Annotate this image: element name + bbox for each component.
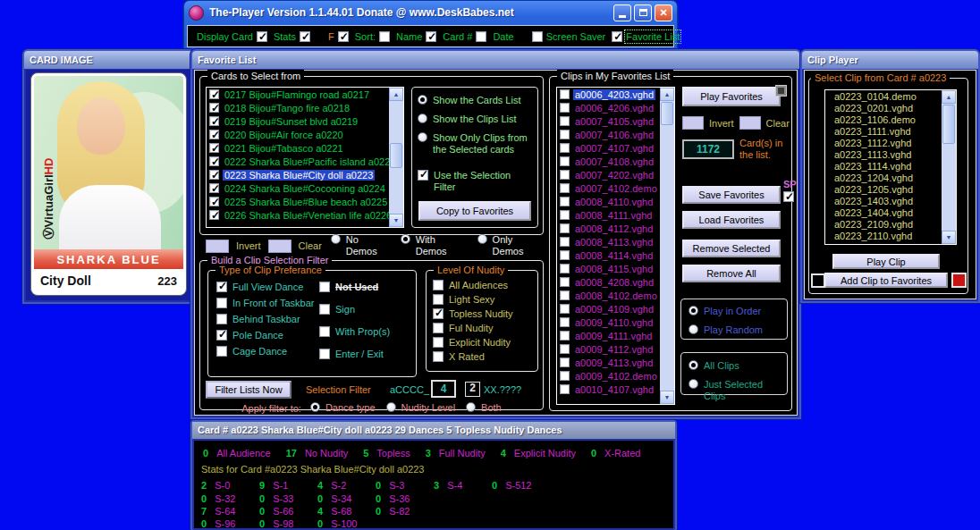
apply-filter-option[interactable]: Nudity Level (386, 402, 456, 414)
clip-type-option[interactable]: Sign (319, 304, 390, 315)
toolbar-checkbox[interactable] (612, 31, 622, 42)
play-order-option[interactable]: Play in Order (689, 306, 763, 317)
clip-scope-option[interactable]: Just Selected Clips (689, 379, 787, 402)
nudity-option[interactable]: Ful Nudity (433, 323, 513, 334)
favorite-clip-item[interactable]: a0009_4113.vghd (557, 356, 660, 369)
nudity-option[interactable]: Topless Nudity (433, 308, 513, 320)
favorite-clip-checkbox[interactable] (560, 197, 570, 206)
save-favorites-button[interactable]: Save Favorites (682, 186, 781, 204)
favorite-clip-checkbox[interactable] (560, 344, 570, 354)
favorite-clip-item[interactable]: a0008_4113.vghd (557, 235, 660, 248)
card-list-item[interactable]: 0226 Sharka Blue#Venetian life a0226 (207, 208, 389, 222)
checkbox-icon[interactable] (319, 304, 330, 315)
favorite-clip-item[interactable]: a0007_4202.vghd (557, 168, 660, 181)
favorite-clip-checkbox[interactable] (560, 331, 570, 341)
favorite-clip-item[interactable]: a0009_4109.vghd (557, 302, 660, 315)
favorite-clip-checkbox[interactable] (560, 237, 570, 247)
radio-icon[interactable] (477, 234, 487, 244)
stop-indicator-button[interactable] (775, 85, 787, 97)
favorite-clip-checkbox[interactable] (560, 317, 570, 327)
main-titlebar[interactable]: The-Player Version 1.1.44.01 Donate @ ww… (184, 1, 677, 24)
play-favorites-button[interactable]: Play Favorites (682, 87, 781, 106)
checkbox-icon[interactable] (433, 323, 444, 333)
favorite-clip-item[interactable]: a0008_4208.vghd (557, 275, 660, 289)
card-item-checkbox[interactable] (209, 130, 219, 139)
demo-option-radio[interactable]: With Demos (401, 234, 469, 257)
copy-to-favorites-button[interactable]: Copy to Favorites (418, 201, 531, 221)
favorite-clip-checkbox[interactable] (560, 358, 570, 367)
checkbox-icon[interactable] (319, 349, 330, 359)
favorite-clip-checkbox[interactable] (560, 223, 570, 233)
clip-item[interactable]: a0223_2109.vghd (825, 218, 942, 230)
favorite-clip-checkbox[interactable] (560, 264, 570, 273)
card-item-checkbox[interactable] (209, 197, 219, 206)
apply-filter-option[interactable]: Dance type (310, 402, 376, 414)
favorites-scroll-thumb[interactable] (661, 102, 673, 125)
favorite-clip-item[interactable]: a0006_4203.vghd (557, 88, 660, 101)
checkbox-icon[interactable] (319, 326, 330, 337)
clip-item[interactable]: a0223_0201.vghd (825, 102, 942, 114)
favorite-clip-checkbox[interactable] (560, 183, 570, 193)
favorite-clip-item[interactable]: a0010_4107.vghd (557, 383, 660, 396)
show-option-radio[interactable]: Show the Cards List (418, 95, 534, 106)
card-item-checkbox[interactable] (209, 210, 219, 220)
favorite-clip-item[interactable]: a0007_4107.vghd (557, 141, 660, 155)
clip-item[interactable]: a0223_1111.vghd (825, 125, 942, 137)
checkbox-icon[interactable] (216, 298, 227, 308)
clip-type-option[interactable]: Cage Dance (216, 346, 315, 358)
radio-icon[interactable] (466, 402, 476, 412)
favorite-clip-checkbox[interactable] (560, 170, 570, 180)
favorite-clip-item[interactable]: a0009_4102.demo (557, 369, 660, 383)
filter-value-1-input[interactable]: 4 (431, 380, 456, 398)
toolbar-checkbox[interactable] (338, 31, 349, 42)
favorite-clip-checkbox[interactable] (560, 250, 570, 260)
card-item-checkbox[interactable] (209, 103, 219, 113)
clip-type-option[interactable]: In Front of Taskbar (216, 298, 315, 309)
card-image-titlebar[interactable]: CARD IMAGE (24, 51, 193, 69)
radio-icon[interactable] (689, 324, 698, 334)
favorite-clip-checkbox[interactable] (560, 103, 570, 113)
favorite-clip-item[interactable]: a0007_4108.vghd (557, 155, 660, 168)
favorite-clip-item[interactable]: a0008_4112.vghd (557, 222, 660, 235)
apply-filter-option[interactable]: Both (466, 402, 502, 414)
favorite-clip-checkbox[interactable] (560, 290, 570, 300)
clip-type-option[interactable]: Pole Dance (216, 330, 315, 341)
clip-type-option[interactable]: Enter / Exit (319, 349, 390, 360)
favorite-clip-checkbox[interactable] (560, 304, 570, 314)
checkbox-icon[interactable] (433, 280, 444, 290)
clip-item[interactable]: a0223_1106.demo (825, 114, 942, 125)
toolbar-checkbox[interactable] (300, 31, 310, 42)
card-list-item[interactable]: 0217 Bijou#Flamingo road a0217 (207, 88, 389, 101)
cards-scrollbar[interactable]: ▲ ▼ (389, 88, 403, 227)
clip-player-scrollbar[interactable]: ▲ ▼ (942, 90, 956, 244)
sp-checkbox[interactable] (783, 191, 794, 202)
favorite-clip-item[interactable]: a0007_4102.demo (557, 181, 660, 195)
favorite-clip-item[interactable]: a0008_4110.vghd (557, 195, 660, 208)
record-indicator[interactable] (951, 273, 967, 288)
radio-icon[interactable] (401, 234, 410, 244)
play-clip-button[interactable]: Play Clip (832, 254, 940, 269)
scroll-down-icon[interactable]: ▼ (389, 214, 403, 227)
checkbox-icon[interactable] (216, 314, 227, 324)
favorite-clip-checkbox[interactable] (560, 277, 570, 287)
favorite-clip-item[interactable]: a0009_4110.vghd (557, 315, 660, 329)
checkbox-icon[interactable] (319, 282, 330, 292)
play-order-option[interactable]: Play Random (689, 324, 763, 336)
checkbox-icon[interactable] (433, 294, 444, 305)
filter-value-2-input[interactable]: 2 (465, 382, 480, 397)
card-list-item[interactable]: 0222 Sharka Blue#Pacific island a0222 (207, 155, 389, 168)
checkbox-icon[interactable] (433, 337, 444, 348)
favorite-clip-checkbox[interactable] (560, 384, 570, 394)
favorite-clip-checkbox[interactable] (560, 116, 570, 126)
toolbar-checkbox[interactable] (476, 31, 486, 42)
use-filter-checkbox-row[interactable]: Use the Selection Filter (418, 170, 532, 193)
toolbar-checkbox[interactable] (379, 31, 390, 42)
remove-selected-button[interactable]: Remove Selected (682, 240, 781, 257)
card-item-checkbox[interactable] (209, 116, 219, 126)
favorite-clip-item[interactable]: a0009_4111.vghd (557, 329, 660, 342)
clip-player-titlebar[interactable]: Clip Player (802, 51, 978, 69)
card-item-checkbox[interactable] (209, 156, 219, 166)
nudity-option[interactable]: X Rated (433, 351, 513, 363)
card-item-checkbox[interactable] (209, 143, 219, 153)
remove-all-button[interactable]: Remove All (682, 265, 781, 282)
